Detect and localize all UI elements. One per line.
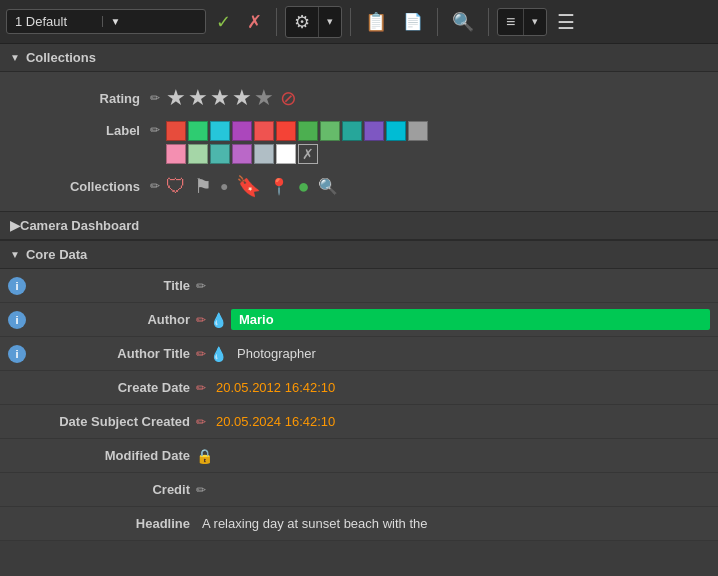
author-edit-icon[interactable]: ✏ xyxy=(196,313,206,327)
camera-arrow: ▶ xyxy=(10,218,20,233)
label-swatches-row2: ✗ xyxy=(166,144,428,164)
swatch-pink[interactable] xyxy=(166,144,186,164)
author-info-icon[interactable]: i xyxy=(8,311,26,329)
camera-dashboard-header[interactable]: ▶ Camera Dashboard xyxy=(0,211,718,240)
date-subject-row: Date Subject Created ✏ 20.05.2024 16:42:… xyxy=(0,405,718,439)
create-date-label: Create Date xyxy=(30,380,190,395)
list-group: ≡ ▾ xyxy=(497,8,547,36)
swatch-gray[interactable] xyxy=(408,121,428,141)
preset-dropdown[interactable]: 1 Default ▼ xyxy=(6,9,206,34)
core-data-title: Core Data xyxy=(26,247,87,262)
create-date-edit-icon[interactable]: ✏ xyxy=(196,381,206,395)
label-swatches: ✗ xyxy=(166,121,428,164)
cancel-button[interactable]: ✗ xyxy=(241,7,268,37)
date-subject-value: 20.05.2024 16:42:10 xyxy=(210,412,710,431)
bookmark-icon[interactable]: 🔖 xyxy=(236,174,261,198)
author-title-value: Photographer xyxy=(231,344,710,363)
date-subject-label: Date Subject Created xyxy=(30,414,190,429)
swatch-purple[interactable] xyxy=(232,121,252,141)
gear-button[interactable]: ⚙ xyxy=(286,7,319,37)
swatch-light-gray[interactable] xyxy=(254,144,274,164)
search-small-icon[interactable]: 🔍 xyxy=(318,177,338,196)
author-title-label: Author Title xyxy=(30,346,190,361)
swatch-green3[interactable] xyxy=(320,121,340,141)
label-edit-icon[interactable]: ✏ xyxy=(150,121,160,137)
gear-arrow-button[interactable]: ▾ xyxy=(319,7,341,37)
label-swatches-row1 xyxy=(166,121,428,141)
star-4[interactable]: ★ xyxy=(232,85,252,111)
author-drop-icon[interactable]: 💧 xyxy=(210,312,227,328)
confirm-button[interactable]: ✓ xyxy=(210,7,237,37)
swatch-green[interactable] xyxy=(188,121,208,141)
dot-icon[interactable]: ● xyxy=(297,175,309,198)
swatch-lavender[interactable] xyxy=(232,144,252,164)
create-date-value: 20.05.2012 16:42:10 xyxy=(210,378,710,397)
clipboard-button[interactable]: 📋 xyxy=(359,7,393,37)
date-subject-edit-icon[interactable]: ✏ xyxy=(196,415,206,429)
separator-1 xyxy=(276,8,277,36)
stars-container: ★ ★ ★ ★ ★ ⊘ xyxy=(166,85,297,111)
camera-title: Camera Dashboard xyxy=(20,218,139,233)
collections-row: Collections ✏ 🛡 ⚑ ● 🔖 📍 ● 🔍 xyxy=(0,169,718,203)
swatch-red2[interactable] xyxy=(254,121,274,141)
credit-edit-icon[interactable]: ✏ xyxy=(196,483,206,497)
swatch-cyan[interactable] xyxy=(210,121,230,141)
separator-3 xyxy=(437,8,438,36)
swatch-white[interactable] xyxy=(276,144,296,164)
swatch-light-blue[interactable] xyxy=(386,121,406,141)
headline-row: Headline A relaxing day at sunset beach … xyxy=(0,507,718,541)
preset-arrow: ▼ xyxy=(102,16,198,27)
swatch-red[interactable] xyxy=(166,121,186,141)
author-value[interactable]: Mario xyxy=(231,309,710,330)
swatch-green2[interactable] xyxy=(298,121,318,141)
swatch-teal[interactable] xyxy=(342,121,362,141)
collections-title: Collections xyxy=(26,50,96,65)
title-row: i Title ✏ xyxy=(0,269,718,303)
swatch-none[interactable]: ✗ xyxy=(298,144,318,164)
author-title-edit-icon[interactable]: ✏ xyxy=(196,347,206,361)
rating-row: Rating ✏ ★ ★ ★ ★ ★ ⊘ xyxy=(0,80,718,116)
list-button[interactable]: ≡ xyxy=(498,9,524,35)
star-1[interactable]: ★ xyxy=(166,85,186,111)
collection-icons: 🛡 ⚑ ● 🔖 📍 ● 🔍 xyxy=(166,174,338,198)
collections-arrow: ▼ xyxy=(10,52,20,63)
menu-button[interactable]: ☰ xyxy=(551,6,581,38)
star-2[interactable]: ★ xyxy=(188,85,208,111)
swatch-light-green[interactable] xyxy=(188,144,208,164)
author-title-info-icon[interactable]: i xyxy=(8,345,26,363)
title-edit-icon[interactable]: ✏ xyxy=(196,279,206,293)
gear-group: ⚙ ▾ xyxy=(285,6,342,38)
copy-button[interactable]: 📄 xyxy=(397,8,429,35)
star-3[interactable]: ★ xyxy=(210,85,230,111)
credit-row: Credit ✏ xyxy=(0,473,718,507)
title-label: Title xyxy=(30,278,190,293)
label-label: Label xyxy=(10,121,140,138)
separator-4 xyxy=(488,8,489,36)
preset-label: 1 Default xyxy=(15,14,102,29)
swatch-red3[interactable] xyxy=(276,121,296,141)
flag-icon[interactable]: ⚑ xyxy=(194,174,212,198)
rating-edit-icon[interactable]: ✏ xyxy=(150,91,160,105)
separator-2 xyxy=(350,8,351,36)
author-row: i Author ✏ 💧 Mario xyxy=(0,303,718,337)
collections-section-header[interactable]: ▼ Collections xyxy=(0,44,718,72)
label-row: Label ✏ xyxy=(0,116,718,169)
create-date-row: Create Date ✏ 20.05.2012 16:42:10 xyxy=(0,371,718,405)
headline-value: A relaxing day at sunset beach with the xyxy=(196,514,710,533)
shield-icon[interactable]: 🛡 xyxy=(166,175,186,198)
credit-label: Credit xyxy=(30,482,190,497)
list-arrow-button[interactable]: ▾ xyxy=(524,9,546,35)
circle-icon[interactable]: ● xyxy=(220,178,228,194)
headline-label: Headline xyxy=(30,516,190,531)
swatch-violet[interactable] xyxy=(364,121,384,141)
search-button[interactable]: 🔍 xyxy=(446,7,480,37)
author-title-drop-icon[interactable]: 💧 xyxy=(210,346,227,362)
core-data-section-header[interactable]: ▼ Core Data xyxy=(0,240,718,269)
rating-label: Rating xyxy=(10,91,140,106)
collections-edit-icon[interactable]: ✏ xyxy=(150,179,160,193)
pin-icon[interactable]: 📍 xyxy=(269,177,289,196)
title-info-icon[interactable]: i xyxy=(8,277,26,295)
star-5[interactable]: ★ xyxy=(254,85,274,111)
swatch-teal2[interactable] xyxy=(210,144,230,164)
no-rating-icon[interactable]: ⊘ xyxy=(280,86,297,110)
